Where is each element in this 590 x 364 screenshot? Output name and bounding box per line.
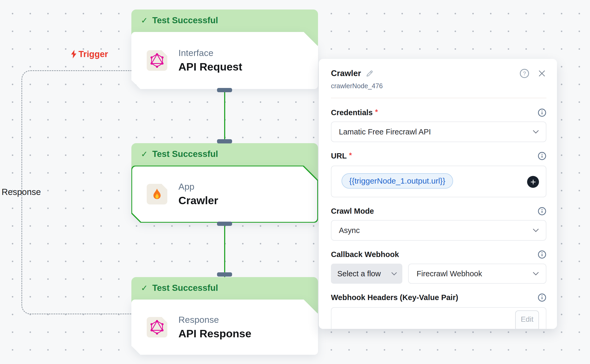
webhook-headers-input[interactable]: Edit (331, 307, 546, 329)
node-api-response[interactable]: ✓ Test Successful (131, 277, 318, 355)
input-handle-api-response[interactable] (217, 272, 232, 277)
node-title: API Request (178, 61, 242, 73)
divider (331, 98, 546, 98)
graphql-icon (147, 50, 167, 71)
node-category: App (178, 181, 218, 192)
node-crawler[interactable]: ✓ Test Successful App Crawler (131, 143, 318, 223)
edge-crawler-to-response (224, 223, 225, 277)
crawl-mode-value: Async (339, 226, 360, 235)
chevron-down-icon (533, 272, 539, 276)
required-marker: * (375, 108, 378, 116)
info-icon[interactable] (538, 250, 546, 259)
node-category: Response (178, 315, 251, 325)
url-label: URL (331, 152, 347, 160)
node-id: crawlerNode_476 (331, 82, 546, 90)
url-input[interactable]: {{triggerNode_1.output.url}} (331, 166, 546, 197)
add-variable-button[interactable] (527, 176, 539, 188)
close-icon[interactable] (537, 69, 546, 78)
webhook-headers-label: Webhook Headers (Key-Value Pair) (331, 293, 458, 302)
info-icon[interactable] (538, 108, 546, 117)
lightning-bolt-icon (70, 49, 78, 59)
webhook-select[interactable]: Firecrawl Webhook (408, 264, 546, 284)
credentials-select[interactable]: Lamatic Free Firecrawl API (331, 122, 546, 142)
info-icon[interactable] (538, 293, 546, 302)
output-handle-api-request[interactable] (217, 88, 232, 92)
fire-icon (147, 184, 167, 204)
response-label: Response (2, 187, 41, 197)
trigger-label: Trigger (70, 49, 108, 59)
help-icon[interactable]: ? (519, 68, 529, 78)
node-status-text: Test Successful (152, 15, 218, 25)
webhook-select-value: Firecrawl Webhook (417, 269, 482, 278)
input-handle-crawler[interactable] (217, 139, 232, 143)
flow-editor-canvas: Trigger Response ✓ Test Successful (0, 0, 590, 364)
info-icon[interactable] (538, 207, 546, 216)
url-variable-chip[interactable]: {{triggerNode_1.output.url}} (342, 173, 453, 189)
chevron-down-icon (391, 272, 397, 276)
required-marker: * (349, 151, 352, 160)
callback-webhook-label: Callback Webhook (331, 250, 399, 259)
node-status-text: Test Successful (152, 283, 218, 293)
flow-select-placeholder: Select a flow (337, 269, 381, 278)
check-icon: ✓ (141, 149, 148, 159)
crawl-mode-select[interactable]: Async (331, 220, 546, 241)
output-handle-crawler[interactable] (217, 222, 232, 226)
node-title: Crawler (178, 194, 218, 207)
chevron-down-icon (533, 228, 539, 232)
node-api-request[interactable]: ✓ Test Successful (131, 10, 318, 89)
credentials-value: Lamatic Free Firecrawl API (339, 128, 431, 136)
edge-request-to-crawler (224, 89, 225, 143)
credentials-label: Credentials (331, 108, 373, 117)
node-config-panel: Crawler ? (319, 59, 557, 329)
check-icon: ✓ (141, 283, 148, 293)
check-icon: ✓ (141, 16, 148, 25)
graphql-icon (147, 317, 167, 338)
svg-text:?: ? (523, 71, 526, 76)
edit-name-pencil-icon[interactable] (365, 69, 374, 78)
node-category: Interface (178, 48, 242, 58)
chevron-down-icon (533, 130, 539, 134)
trigger-label-text: Trigger (79, 49, 108, 59)
flow-select[interactable]: Select a flow (331, 264, 402, 284)
edit-headers-button[interactable]: Edit (515, 310, 539, 329)
crawl-mode-label: Crawl Mode (331, 207, 374, 216)
info-icon[interactable] (538, 152, 546, 160)
panel-title: Crawler (331, 69, 361, 78)
node-status-text: Test Successful (152, 149, 218, 159)
node-title: API Response (178, 328, 251, 340)
